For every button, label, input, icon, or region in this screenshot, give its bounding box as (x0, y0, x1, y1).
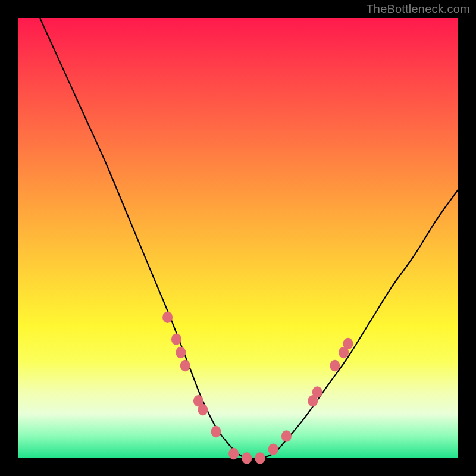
curve-marker (162, 311, 173, 323)
bottleneck-curve (40, 18, 458, 459)
curve-marker (343, 338, 353, 350)
plot-area (18, 18, 458, 458)
curve-marker (180, 360, 190, 372)
curve-markers (162, 311, 353, 464)
curve-marker (255, 452, 265, 464)
curve-marker (268, 443, 278, 455)
curve-marker (330, 360, 340, 372)
curve-marker (171, 333, 181, 345)
chart-frame: TheBottleneck.com (0, 0, 476, 476)
curve-svg (18, 18, 458, 458)
curve-marker (198, 404, 208, 416)
curve-marker (312, 386, 322, 398)
curve-marker (228, 448, 239, 460)
curve-marker (211, 426, 221, 438)
curve-marker (281, 430, 292, 442)
watermark-text: TheBottleneck.com (366, 2, 470, 16)
curve-marker (176, 347, 186, 359)
curve-marker (242, 452, 252, 464)
